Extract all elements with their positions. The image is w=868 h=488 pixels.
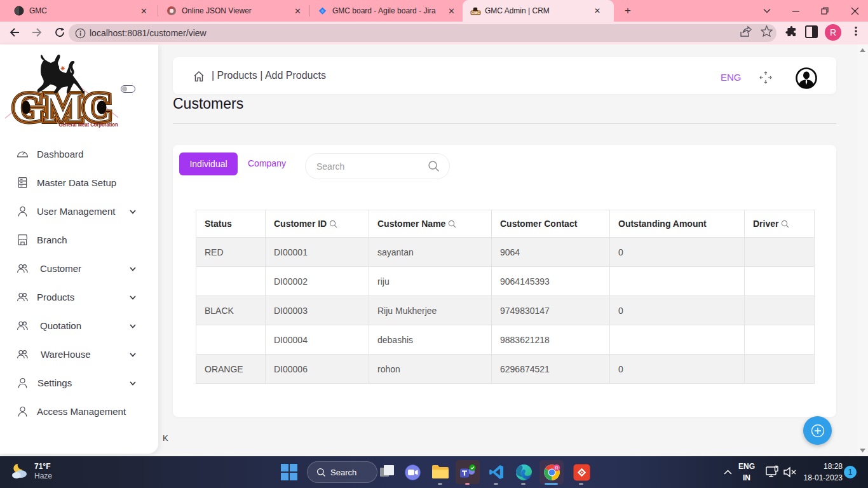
svg-text:GMC: GMC xyxy=(471,11,481,15)
svg-text:R: R xyxy=(555,464,559,470)
svg-text:General Meat Corporation: General Meat Corporation xyxy=(58,121,118,128)
